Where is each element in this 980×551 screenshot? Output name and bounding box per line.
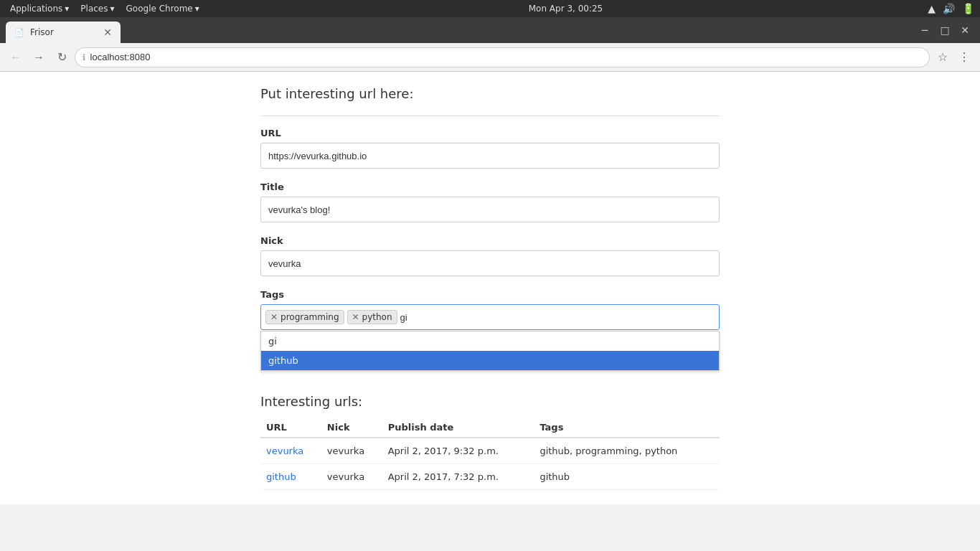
link-github[interactable]: github [266,471,296,482]
applications-chevron-icon: ▾ [65,4,69,14]
chrome-tab-area: 📄 Frisor ✕ [6,17,913,43]
address-input[interactable] [90,52,922,62]
page-content: Put interesting url here: URL Title Nick… [0,72,980,504]
chrome-toolbar: ← → ↻ ℹ ☆ ⋮ [0,43,980,72]
tags-text-input[interactable] [400,312,521,323]
os-topbar: Applications ▾ Places ▾ Google Chrome ▾ … [0,0,980,17]
tags-dropdown: gi github [260,331,720,371]
title-input[interactable] [260,197,720,222]
chrome-menu[interactable]: Google Chrome ▾ [122,0,204,17]
places-label: Places [80,4,108,14]
table-section: Interesting urls: URL Nick Publish date … [260,394,720,490]
page-inner: Put interesting url here: URL Title Nick… [246,86,734,490]
nick-input[interactable] [260,250,720,276]
dropdown-item-gi[interactable]: gi [261,331,719,351]
close-button[interactable]: ✕ [956,21,974,39]
wifi-icon: ▲ [928,3,936,14]
tag-chip-programming: ✕ programming [265,310,344,324]
url-form-group: URL [260,128,720,169]
heading-divider [260,116,720,116]
chrome-toolbar-right: ☆ ⋮ [933,47,974,67]
os-topbar-left: Applications ▾ Places ▾ Google Chrome ▾ [6,0,204,17]
tags-form-group: Tags ✕ programming ✕ python gi github [260,289,720,330]
cell-url-github: github [260,464,321,490]
applications-menu[interactable]: Applications ▾ [6,0,73,17]
dropdown-item-github[interactable]: github [261,351,719,370]
os-datetime: Mon Apr 3, 00:25 [204,4,928,14]
nick-label: Nick [260,235,720,246]
os-topbar-right: ▲ 🔊 🔋 [928,3,974,14]
tag-remove-programming[interactable]: ✕ [270,312,278,322]
table-header-row: URL Nick Publish date Tags [260,418,720,438]
maximize-button[interactable]: □ [936,21,954,39]
back-button[interactable]: ← [6,47,26,67]
title-form-group: Title [260,182,720,222]
forward-button[interactable]: → [29,47,49,67]
cell-tags-vevurka: github, programming, python [534,438,720,464]
chrome-tab-frisor[interactable]: 📄 Frisor ✕ [6,22,121,43]
url-label: URL [260,128,720,138]
col-header-nick: Nick [321,418,382,438]
tag-label-programming: programming [281,312,339,322]
table-heading: Interesting urls: [260,394,720,409]
chrome-menu-button[interactable]: ⋮ [954,47,974,67]
chrome-window-controls: ─ □ ✕ [915,21,974,39]
tags-label: Tags [260,289,720,300]
applications-label: Applications [10,4,62,14]
table-row: vevurka vevurka April 2, 2017, 9:32 p.m.… [260,438,720,464]
page-heading: Put interesting url here: [260,86,720,101]
tab-title: Frisor [30,27,98,37]
battery-icon: 🔋 [962,3,974,14]
cell-url-vevurka: vevurka [260,438,321,464]
info-icon: ℹ [83,52,86,62]
table-row: github vevurka April 2, 2017, 7:32 p.m. … [260,464,720,490]
link-vevurka[interactable]: vevurka [266,446,303,456]
address-bar[interactable]: ℹ [75,47,930,67]
tag-remove-python[interactable]: ✕ [352,312,359,322]
col-header-tags: Tags [534,418,720,438]
table-head: URL Nick Publish date Tags [260,418,720,438]
chrome-titlebar: 📄 Frisor ✕ ─ □ ✕ [0,17,980,43]
tags-container[interactable]: ✕ programming ✕ python gi github [260,304,720,330]
chrome-menu-chevron-icon: ▾ [195,4,199,14]
tag-chip-python: ✕ python [347,310,397,324]
cell-nick-vevurka: vevurka [321,438,382,464]
tag-label-python: python [362,312,392,322]
chrome-label: Google Chrome [126,4,193,14]
url-input[interactable] [260,143,720,169]
bookmark-button[interactable]: ☆ [933,47,953,67]
col-header-publish-date: Publish date [382,418,534,438]
tab-close-button[interactable]: ✕ [103,27,112,37]
cell-date-vevurka: April 2, 2017, 9:32 p.m. [382,438,534,464]
volume-icon: 🔊 [943,3,955,14]
col-header-url: URL [260,418,321,438]
cell-date-github: April 2, 2017, 7:32 p.m. [382,464,534,490]
tab-favicon-icon: 📄 [14,28,24,37]
cell-tags-github: github [534,464,720,490]
table-body: vevurka vevurka April 2, 2017, 9:32 p.m.… [260,438,720,490]
minimize-button[interactable]: ─ [915,21,934,39]
interesting-urls-table: URL Nick Publish date Tags vevurka vevur… [260,418,720,490]
title-label: Title [260,182,720,192]
places-chevron-icon: ▾ [110,4,115,14]
reload-button[interactable]: ↻ [52,47,72,67]
nick-form-group: Nick [260,235,720,276]
places-menu[interactable]: Places ▾ [76,0,118,17]
cell-nick-github: vevurka [321,464,382,490]
